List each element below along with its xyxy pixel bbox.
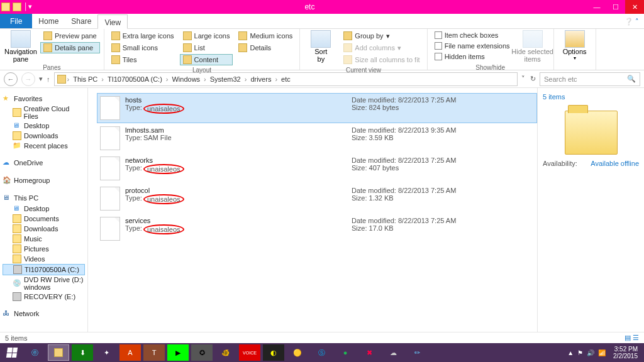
nav-item-selected[interactable]: TI10700500A (C:) bbox=[3, 264, 85, 275]
file-type: Type:unaisaleos bbox=[125, 164, 352, 174]
breadcrumb[interactable]: This PC bbox=[70, 75, 100, 83]
nav-onedrive[interactable]: ☁OneDrive bbox=[3, 158, 85, 167]
taskbar-app[interactable]: ◐ bbox=[263, 344, 284, 361]
nav-item[interactable]: 💿DVD RW Drive (D:) windows bbox=[3, 275, 85, 292]
file-ext-toggle[interactable]: File name extensions bbox=[431, 41, 513, 51]
tab-view[interactable]: View bbox=[97, 14, 128, 29]
chevron-down-icon[interactable]: ˅ bbox=[521, 75, 525, 83]
taskbar-app[interactable]: ✪ bbox=[191, 344, 213, 361]
breadcrumb[interactable]: TI10700500A (C:) bbox=[105, 75, 165, 83]
taskbar-app[interactable]: ✏ bbox=[406, 344, 428, 361]
window-title: etc bbox=[32, 3, 587, 11]
taskbar-app[interactable]: ▶ bbox=[167, 344, 189, 361]
tray-icon[interactable]: 📶 bbox=[598, 349, 606, 356]
sort-by-button[interactable]: Sort by bbox=[304, 30, 338, 63]
tray-icon[interactable]: 🔊 bbox=[587, 349, 594, 356]
taskbar-app[interactable]: ☁ bbox=[382, 344, 404, 361]
layout-content[interactable]: Content bbox=[180, 54, 233, 65]
taskbar-app[interactable]: ✖ bbox=[358, 344, 380, 361]
file-type-circled: unaisaleos bbox=[143, 194, 184, 204]
nav-item[interactable]: Videos bbox=[3, 254, 85, 264]
taskbar-spotify[interactable]: ● bbox=[335, 344, 356, 361]
nav-item[interactable]: 🖥Desktop bbox=[3, 204, 85, 214]
layout-sm[interactable]: Small icons bbox=[108, 42, 177, 53]
taskbar-app[interactable]: T bbox=[143, 344, 165, 361]
file-row[interactable]: services Type:unaisaleos Date modified: … bbox=[97, 214, 537, 244]
back-button[interactable]: ← bbox=[4, 72, 18, 86]
nav-favorites[interactable]: ★Favorites bbox=[3, 94, 85, 103]
breadcrumb[interactable]: Windows bbox=[169, 75, 203, 83]
search-input[interactable]: Search etc🔍 bbox=[540, 72, 640, 86]
folder-icon bbox=[57, 75, 66, 84]
file-icon bbox=[100, 156, 120, 180]
file-type-circled: unaisaleos bbox=[143, 164, 184, 174]
tab-file[interactable]: File bbox=[0, 14, 32, 28]
taskbar-ie[interactable]: ⓔ bbox=[24, 344, 45, 361]
nav-item[interactable]: Downloads bbox=[3, 131, 85, 141]
nav-item[interactable]: Pictures bbox=[3, 244, 85, 254]
layout-xl[interactable]: Extra large icons bbox=[108, 30, 177, 41]
breadcrumb[interactable]: drivers bbox=[248, 75, 274, 83]
nav-item[interactable]: 📁Recent places bbox=[3, 141, 85, 151]
nav-this-pc[interactable]: 🖥This PC bbox=[3, 194, 85, 202]
breadcrumb[interactable]: etc bbox=[279, 75, 293, 83]
taskbar: ⓔ ⬇ ✦ A T ▶ ✪ 🐠 VOICE ◐ 🟡 Ⓢ ● ✖ ☁ ✏ ▲ ⚑ … bbox=[0, 343, 644, 362]
status-bar: 5 items ▤ ☰ bbox=[0, 332, 644, 343]
group-by-button[interactable]: Group by ▾ bbox=[340, 30, 423, 41]
nav-item[interactable]: Creative Cloud Files bbox=[3, 104, 85, 121]
view-mode-icons[interactable]: ▤ ☰ bbox=[625, 334, 639, 342]
up-button[interactable]: ↑ bbox=[47, 75, 50, 83]
preview-pane-button[interactable]: Preview pane bbox=[40, 30, 100, 41]
layout-lg[interactable]: Large icons bbox=[180, 30, 233, 41]
tray-icon[interactable]: ⚑ bbox=[577, 349, 583, 356]
start-button[interactable] bbox=[3, 344, 21, 361]
availability-value[interactable]: Available offline bbox=[591, 160, 639, 167]
taskbar-store[interactable]: ⬇ bbox=[72, 344, 93, 361]
navigation-pane-button[interactable]: Navigation pane bbox=[4, 30, 38, 63]
close-button[interactable]: ✕ bbox=[625, 0, 644, 14]
nav-item[interactable]: Documents bbox=[3, 214, 85, 224]
clock[interactable]: 3:52 PM 2/2/2015 bbox=[609, 346, 641, 359]
taskbar-app[interactable]: 🐠 bbox=[215, 344, 236, 361]
taskbar-chrome[interactable]: 🟡 bbox=[287, 344, 308, 361]
taskbar-app[interactable]: VOICE bbox=[239, 344, 260, 361]
group-showhide-label: Show/hide bbox=[431, 64, 550, 71]
taskbar-skype[interactable]: Ⓢ bbox=[311, 344, 332, 361]
tab-home[interactable]: Home bbox=[32, 14, 65, 28]
file-row[interactable]: networks Type:unaisaleos Date modified: … bbox=[97, 153, 537, 184]
item-checkboxes-toggle[interactable]: Item check boxes bbox=[431, 30, 513, 40]
file-row[interactable]: lmhosts.sam Type:SAM File Date modified:… bbox=[97, 123, 537, 153]
layout-tiles[interactable]: Tiles bbox=[108, 54, 177, 65]
file-row[interactable]: hosts Type:unaisaleos Date modified: 8/2… bbox=[97, 93, 537, 123]
minimize-button[interactable]: — bbox=[587, 0, 606, 14]
taskbar-explorer[interactable] bbox=[48, 344, 69, 361]
details-pane: 5 items Availability: Available offline bbox=[537, 88, 644, 332]
system-tray[interactable]: ▲ ⚑ 🔊 📶 3:52 PM 2/2/2015 bbox=[567, 346, 641, 359]
nav-network[interactable]: 🖧Network bbox=[3, 309, 85, 318]
breadcrumb[interactable]: System32 bbox=[208, 75, 243, 83]
nav-item[interactable]: Downloads bbox=[3, 224, 85, 234]
nav-homegroup[interactable]: 🏠Homegroup bbox=[3, 176, 85, 185]
layout-list[interactable]: List bbox=[180, 42, 233, 53]
address-bar-row: ← → ▾ ↑ › This PC› TI10700500A (C:)› Win… bbox=[0, 70, 644, 88]
help-icon[interactable]: ❔ ˄ bbox=[619, 14, 644, 28]
refresh-icon[interactable]: ↻ bbox=[530, 75, 536, 83]
address-bar[interactable]: › This PC› TI10700500A (C:)› Windows› Sy… bbox=[54, 72, 518, 86]
file-row[interactable]: protocol Type:unaisaleos Date modified: … bbox=[97, 184, 537, 214]
layout-details[interactable]: Details bbox=[235, 42, 296, 53]
tray-up-icon[interactable]: ▲ bbox=[567, 349, 574, 356]
file-icon bbox=[100, 126, 120, 150]
taskbar-app[interactable]: ✦ bbox=[96, 344, 117, 361]
hidden-items-toggle[interactable]: Hidden items bbox=[431, 52, 513, 62]
taskbar-app[interactable]: A bbox=[119, 344, 141, 361]
nav-item[interactable]: RECOVERY (E:) bbox=[3, 292, 85, 302]
search-icon: 🔍 bbox=[627, 75, 636, 83]
nav-item[interactable]: 🖥Desktop bbox=[3, 121, 85, 131]
tab-share[interactable]: Share bbox=[65, 14, 97, 28]
details-pane-button[interactable]: Details pane bbox=[40, 42, 100, 53]
recent-locations-button[interactable]: ▾ bbox=[39, 75, 43, 83]
layout-md[interactable]: Medium icons bbox=[235, 30, 296, 41]
options-button[interactable]: Options▾ bbox=[558, 30, 592, 61]
nav-item[interactable]: Music bbox=[3, 234, 85, 244]
maximize-button[interactable]: ☐ bbox=[606, 0, 625, 14]
